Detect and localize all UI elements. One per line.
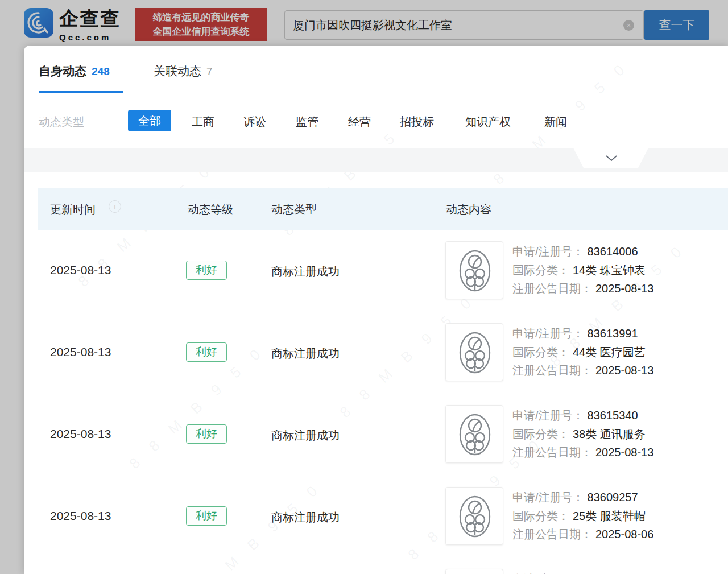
reg-no-value: 83615340 [588,409,638,422]
table-row[interactable]: 2025-08-13 利好 商标注册成功 申请/注册号：83609257 国际分… [24,476,728,558]
col-dynamic-content: 动态内容 [446,202,491,217]
level-badge: 利好 [186,506,227,526]
search-input[interactable] [293,11,617,39]
reg-no-label: 申请/注册号： [512,327,584,340]
qcc-logo-icon[interactable] [24,8,53,38]
col-dynamic-type: 动态类型 [271,202,317,217]
table-row[interactable]: 2025-08-13 利好 商标注册成功 申请/注册号：83614006 国际分… [24,230,728,312]
class-label: 国际分类： [512,346,569,358]
announce-value: 2025-08-13 [595,282,653,295]
reg-no-value: 83609257 [588,491,638,503]
trademark-logo-image[interactable] [445,569,503,574]
announce-label: 注册公告日期： [512,364,592,377]
row-content: 申请/注册号：83615340 国际分类：38类 通讯服务 注册公告日期：202… [512,406,653,462]
clear-search-icon[interactable]: × [623,20,634,31]
tab-self-count: 248 [92,65,110,77]
filter-option-zhishichanquan[interactable]: 知识产权 [465,114,511,130]
filter-option-xinwen[interactable]: 新闻 [544,114,567,130]
filter-option-zhaotoubiao[interactable]: 招投标 [400,114,434,130]
slogan-line1: 缔造有远见的商业传奇 [135,10,267,24]
company-dynamics-panel: 8 8 M B 9 5 0 8 8 M B 9 5 0 8 8 M B 9 5 … [24,46,728,574]
announce-label: 注册公告日期： [512,282,592,295]
class-label: 国际分类： [512,510,569,522]
chevron-down-icon [606,155,617,162]
level-badge: 利好 [186,342,227,362]
search-button[interactable]: 查一下 [644,10,709,40]
row-date: 2025-08-13 [50,263,111,277]
filter-option-jingying[interactable]: 经营 [348,114,371,130]
row-type: 商标注册成功 [271,346,340,361]
table-header: 更新时间 i 动态等级 动态类型 动态内容 [38,188,728,230]
row-date: 2025-08-13 [50,427,111,441]
row-content: 申请/注册号：83609257 国际分类：25类 服装鞋帽 注册公告日期：202… [512,488,653,544]
row-content: 申请/注册号：83613991 国际分类：44类 医疗园艺 注册公告日期：202… [512,324,653,380]
table-row[interactable]: 申请/注册号： [24,558,728,574]
class-value: 38类 通讯服务 [573,428,646,440]
tab-self-label: 自身动态 [39,64,86,77]
tab-related-count: 7 [206,65,213,77]
class-value: 44类 医疗园艺 [573,346,646,358]
level-badge: 利好 [186,261,227,280]
trademark-logo-image[interactable] [445,323,503,381]
class-value: 25类 服装鞋帽 [573,510,646,522]
announce-value: 2025-08-13 [595,446,653,459]
tab-self-dynamics[interactable]: 自身动态248 [39,63,110,79]
row-date: 2025-08-13 [50,509,111,523]
filter-option-jianguan[interactable]: 监管 [296,114,318,130]
reg-no-label: 申请/注册号： [512,491,584,503]
info-icon[interactable]: i [109,200,121,213]
class-label: 国际分类： [512,264,569,276]
tab-related-label: 关联动态 [154,64,201,77]
row-content: 申请/注册号： [512,570,588,574]
class-value: 14类 珠宝钟表 [573,264,646,276]
collapse-toggle[interactable] [573,148,648,168]
announce-value: 2025-08-06 [595,528,653,540]
reg-no-value: 83613991 [588,327,638,340]
table-row[interactable]: 2025-08-13 利好 商标注册成功 申请/注册号：83615340 国际分… [24,394,728,476]
slogan-banner: 缔造有远见的商业传奇 全国企业信用查询系统 [135,8,267,41]
reg-no-value: 83614006 [588,245,638,258]
brand-text[interactable]: 企查查 Qcc.com [59,6,133,42]
filter-option-susong[interactable]: 诉讼 [243,114,266,130]
row-type: 商标注册成功 [271,428,340,443]
slogan-line2: 全国企业信用查询系统 [135,24,267,39]
class-label: 国际分类： [512,428,569,440]
filter-type-label: 动态类型 [39,114,84,130]
announce-label: 注册公告日期： [512,446,592,459]
trademark-logo-image[interactable] [445,241,503,299]
row-content: 申请/注册号：83614006 国际分类：14类 珠宝钟表 注册公告日期：202… [512,242,653,298]
trademark-logo-image[interactable] [445,405,503,463]
filter-option-gongshang[interactable]: 工商 [192,114,214,130]
tab-related-dynamics[interactable]: 关联动态7 [154,63,213,79]
reg-no-label: 申请/注册号： [512,409,584,422]
reg-no-label: 申请/注册号： [512,245,584,258]
brand-name-en: Qcc.com [59,32,133,42]
table-row[interactable]: 2025-08-13 利好 商标注册成功 申请/注册号：83613991 国际分… [24,312,728,394]
announce-value: 2025-08-13 [595,364,653,377]
tabs-divider [24,93,728,93]
col-dynamic-level: 动态等级 [188,202,233,217]
col-update-time: 更新时间 [50,202,96,217]
active-tab-underline [39,91,123,93]
search-box: × [284,10,644,40]
row-date: 2025-08-13 [50,345,111,359]
row-type: 商标注册成功 [271,264,340,279]
row-type: 商标注册成功 [271,510,340,525]
announce-label: 注册公告日期： [512,528,592,540]
level-badge: 利好 [186,424,227,444]
site-header: 企查查 Qcc.com 缔造有远见的商业传奇 全国企业信用查询系统 × 查一下 [0,0,728,46]
brand-name-cn: 企查查 [59,6,133,32]
filter-option-all[interactable]: 全部 [128,110,171,131]
trademark-logo-image[interactable] [445,487,503,545]
